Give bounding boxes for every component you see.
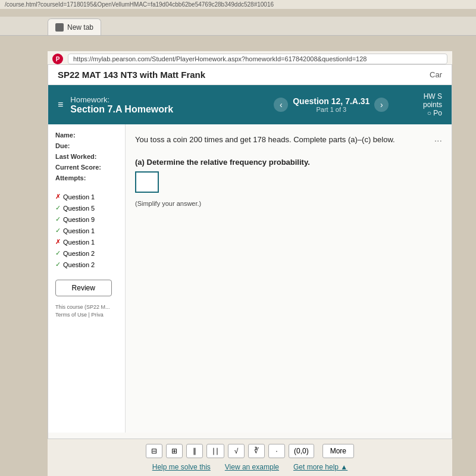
question-text: You toss a coin 200 times and get 178 he… [135,134,442,146]
list-item[interactable]: ✗ Question 1 [55,236,118,248]
last-worked-row: Last Worked: [55,153,118,160]
more-button[interactable]: More [322,444,354,458]
attempts-row: Attempts: [55,174,118,181]
cross-icon: ✗ [55,193,61,201]
help-buttons: Help me solve this View an example Get m… [55,463,445,471]
review-button[interactable]: Review [55,280,112,296]
homework-header: ≡ Homework: Section 7.A Homework ‹ Quest… [48,85,452,124]
menu-icon[interactable]: ≡ [58,99,63,110]
check-icon: ✓ [55,227,61,234]
get-more-help-button[interactable]: Get more help ▲ [293,463,347,471]
due-row: Due: [55,142,118,149]
tab-bar: New tab [0,17,476,36]
sqrt-button[interactable]: √ [228,444,245,458]
hw-score-block: HW S points ○ Po [423,92,442,117]
next-question-button[interactable]: › [374,98,389,112]
list-item[interactable]: ✓ Question 2 [55,248,118,259]
q1-label: Question 1 [63,193,95,201]
homework-label: Homework: [70,95,239,104]
check-icon: ✓ [55,204,61,212]
list-item[interactable]: ✓ Question 5 [55,202,118,214]
cbrt-button[interactable]: ∛ [248,444,265,458]
question-list: ✗ Question 1 ✓ Question 5 ✓ Question 9 ✓… [55,191,118,270]
course-info: This course (SP22 M... Terms of Use | Pr… [55,303,118,318]
site-icon: P [52,54,63,64]
answer-input-box[interactable] [135,171,159,193]
q20-label: Question 2 [63,250,95,257]
po-label: ○ Po [423,109,442,117]
fraction-button[interactable]: ⊟ [146,444,162,458]
question-info: Question 12, 7.A.31 Part 1 of 3 [293,96,369,113]
due-label: Due: [55,142,70,149]
list-item[interactable]: ✓ Question 9 [55,214,118,225]
main-content: SP22 MAT 143 NT3 with Matt Frank Car ≡ H… [48,64,452,451]
help-me-solve-button[interactable]: Help me solve this [152,463,211,471]
address-bar[interactable]: https://mylab.pearson.com/Student/Player… [68,54,447,64]
new-tab[interactable]: New tab [48,18,101,35]
check-icon: ✓ [55,249,61,257]
check-icon: ✓ [55,261,61,268]
absolute-value-button[interactable]: ∥ [186,444,203,458]
q5-label: Question 5 [63,205,95,212]
check-icon: ✓ [55,215,61,223]
left-sidebar: Name: Due: Last Worked: Current Score: A… [48,124,126,433]
homework-title-block: Homework: Section 7.A Homework [70,95,239,115]
q21-label: Question 2 [63,261,95,268]
pipe-button[interactable]: ∣∣ [206,444,224,458]
points-label: points [423,101,442,109]
simplify-note: (Simplify your answer.) [135,200,442,207]
part-a-label: (a) Determine the relative frequency pro… [135,158,442,167]
tab-icon [55,23,64,32]
name-label: Name: [55,131,76,139]
question-number: Question 12, 7.A.31 [293,96,369,106]
question-nav: ‹ Question 12, 7.A.31 Part 1 of 3 › [247,96,416,113]
list-item[interactable]: ✓ Question 1 [55,225,118,236]
current-score-label: Current Score: [55,164,101,171]
course-title-bar: SP22 MAT 143 NT3 with Matt Frank Car [48,65,452,85]
last-worked-label: Last Worked: [55,153,96,160]
right-panel: You toss a coin 200 times and get 178 he… [126,124,452,433]
view-example-button[interactable]: View an example [225,463,279,471]
content-layout: Name: Due: Last Worked: Current Score: A… [48,124,452,433]
coordinate-button[interactable]: (0,0) [289,444,314,458]
list-item[interactable]: ✓ Question 2 [55,259,118,270]
bottom-toolbar: ⊟ ⊞ ∥ ∣∣ √ ∛ · (0,0) More Help me solve … [48,439,452,476]
attempts-label: Attempts: [55,174,86,181]
prev-question-button[interactable]: ‹ [274,98,288,112]
q9-label: Question 9 [63,216,95,223]
q10-label: Question 1 [63,227,95,234]
current-score-row: Current Score: [55,164,118,171]
tab-label: New tab [67,23,93,32]
matrix-button[interactable]: ⊞ [166,444,183,458]
math-buttons: ⊟ ⊞ ∥ ∣∣ √ ∛ · (0,0) More [55,444,445,458]
top-url-strip: /course.html?courseId=17180195&OpenVellu… [0,0,476,9]
dot-button[interactable]: · [268,444,285,458]
course-right-label: Car [430,70,442,79]
course-title: SP22 MAT 143 NT3 with Matt Frank [58,70,205,80]
cross-icon: ✗ [55,238,61,246]
homework-name: Section 7.A Homework [70,104,239,115]
expand-icon[interactable]: ··· [434,134,442,148]
hw-score-label: HW S [423,92,442,101]
name-row: Name: [55,131,118,139]
q11-label: Question 1 [63,239,95,246]
question-part: Part 1 of 3 [293,106,369,113]
list-item[interactable]: ✗ Question 1 [55,191,118,202]
